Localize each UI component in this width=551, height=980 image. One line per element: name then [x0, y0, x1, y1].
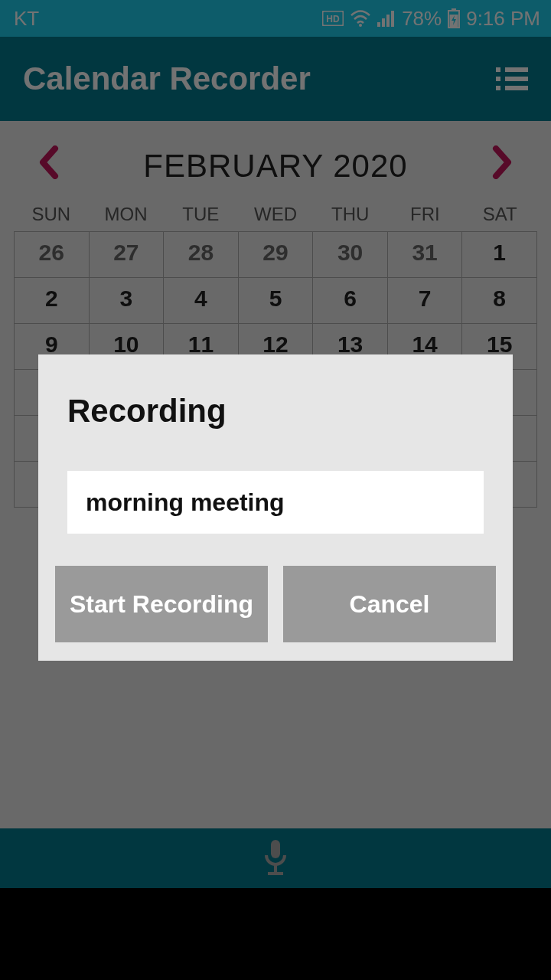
recording-name-input[interactable]: [67, 471, 484, 534]
recording-dialog: Recording Start Recording Cancel: [38, 354, 513, 661]
start-recording-button[interactable]: Start Recording: [55, 566, 268, 642]
dialog-button-row: Start Recording Cancel: [55, 566, 496, 642]
screen: KT HD 78% 9:16 PM Calendar Recorder: [0, 0, 551, 980]
cancel-button[interactable]: Cancel: [283, 566, 496, 642]
dialog-title: Recording: [67, 393, 484, 430]
